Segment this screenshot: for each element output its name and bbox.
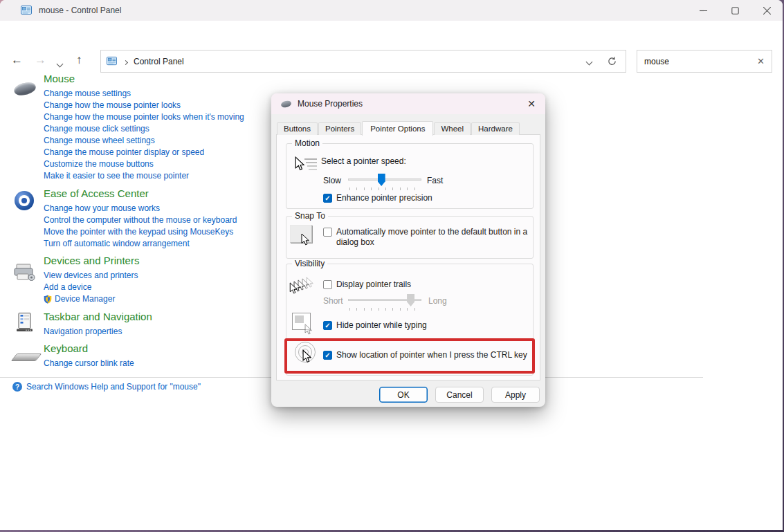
visibility-group: Visibility ✓ Display pointer trails Shor…	[286, 264, 534, 376]
show-location-row: ✓ Show location of pointer when I press …	[323, 350, 527, 360]
task-link[interactable]: Make it easier to see the mouse pointer	[44, 170, 244, 182]
task-link[interactable]: Navigation properties	[44, 326, 152, 338]
recent-pages-icon[interactable]	[57, 57, 62, 69]
enhance-precision-checkbox[interactable]: ✓	[323, 194, 332, 203]
check-icon: ✓	[325, 322, 330, 329]
window-titlebar: mouse - Control Panel	[0, 0, 783, 21]
display-trails-checkbox[interactable]: ✓	[323, 280, 332, 289]
minimize-button[interactable]	[687, 0, 719, 21]
navigation-bar: ← → ↑ Control Panel mouse ✕	[0, 21, 783, 58]
display-trails-row: ✓ Display pointer trails	[323, 279, 411, 290]
show-location-label: Show location of pointer when I press th…	[336, 350, 527, 360]
task-link[interactable]: Control the computer without the mouse o…	[44, 214, 237, 226]
task-link[interactable]: Change the mouse pointer display or spee…	[44, 147, 244, 158]
breadcrumb-item[interactable]: Control Panel	[134, 57, 184, 66]
dialog-mouse-icon	[280, 100, 292, 108]
task-link[interactable]: Change cursor blink rate	[44, 358, 134, 369]
slider-ticks	[349, 308, 420, 311]
task-link[interactable]: Add a device	[44, 282, 139, 293]
visibility-legend: Visibility	[292, 259, 327, 268]
tab-pointer-options[interactable]: Pointer Options	[362, 121, 433, 136]
task-link-device-manager[interactable]: Device Manager	[44, 293, 139, 305]
taskbar-icon	[17, 313, 33, 332]
refresh-icon[interactable]	[607, 56, 617, 66]
task-link[interactable]: View devices and printers	[44, 270, 139, 282]
slow-label: Slow	[323, 176, 341, 185]
ok-button[interactable]: OK	[379, 387, 428, 403]
maximize-button[interactable]	[719, 0, 751, 21]
hide-pointer-icon	[292, 313, 311, 330]
snap-to-legend: Snap To	[292, 211, 328, 221]
tab-pointers[interactable]: Pointers	[318, 122, 361, 135]
tab-hardware[interactable]: Hardware	[471, 122, 520, 135]
control-panel-icon	[21, 5, 32, 16]
task-link[interactable]: Change how the mouse pointer looks	[44, 100, 244, 111]
up-icon[interactable]: ↑	[76, 53, 82, 68]
motion-group: Motion Select a pointer speed: Slow Fast	[286, 143, 534, 209]
task-link[interactable]: Change mouse wheel settings	[44, 135, 244, 147]
long-label: Long	[428, 296, 447, 306]
back-icon[interactable]: ←	[11, 53, 23, 68]
apply-button[interactable]: Apply	[491, 387, 540, 403]
pointer-speed-prompt: Select a pointer speed:	[321, 156, 406, 166]
window-title: mouse - Control Panel	[39, 6, 121, 15]
uac-shield-icon	[44, 295, 52, 304]
section-title: Ease of Access Center	[44, 187, 237, 201]
mouse-properties-dialog: Mouse Properties ✕ Buttons Pointers Poin…	[271, 93, 545, 407]
clear-search-icon[interactable]: ✕	[757, 56, 765, 66]
short-label: Short	[323, 296, 343, 306]
help-icon: ?	[12, 382, 22, 392]
task-link[interactable]: Turn off automatic window arrangement	[44, 238, 237, 250]
task-link[interactable]: Change mouse click settings	[44, 123, 244, 135]
check-icon: ✓	[325, 195, 330, 202]
task-link[interactable]: Move the pointer with the keypad using M…	[44, 226, 237, 238]
close-button[interactable]	[751, 0, 783, 21]
hide-pointer-checkbox[interactable]: ✓	[323, 321, 332, 330]
check-icon: ✓	[325, 352, 330, 359]
tab-wheel[interactable]: Wheel	[434, 122, 471, 135]
section-ease-of-access: Ease of Access Center Change how your mo…	[0, 187, 291, 206]
dialog-tab-strip: Buttons Pointers Pointer Options Wheel H…	[277, 121, 520, 135]
address-dropdown-icon[interactable]	[587, 57, 592, 66]
section-title: Devices and Printers	[44, 254, 139, 268]
pointer-speed-icon	[293, 155, 318, 181]
slider-thumb[interactable]	[378, 174, 385, 186]
pointer-location-icon	[295, 342, 318, 365]
snap-to-icon	[290, 225, 312, 243]
dialog-title: Mouse Properties	[298, 99, 363, 109]
show-location-checkbox[interactable]: ✓	[323, 351, 332, 360]
keyboard-icon	[11, 354, 42, 361]
task-link[interactable]: Change how the mouse pointer looks when …	[44, 111, 244, 123]
forward-icon[interactable]: →	[35, 53, 46, 68]
dialog-titlebar: Mouse Properties	[271, 93, 545, 114]
slider-thumb-disabled	[407, 294, 414, 306]
help-search-link[interactable]: ? Search Windows Help and Support for "m…	[12, 382, 201, 392]
task-link[interactable]: Change mouse settings	[44, 88, 244, 100]
snap-to-row: ✓ Automatically move pointer to the defa…	[323, 227, 539, 248]
search-value: mouse	[644, 57, 669, 66]
pointer-trails-icon	[288, 275, 318, 301]
snap-to-label: Automatically move pointer to the defaul…	[336, 227, 537, 248]
ease-of-access-icon	[15, 191, 34, 210]
address-bar[interactable]: Control Panel	[100, 50, 626, 73]
help-link-label: Search Windows Help and Support for "mou…	[26, 382, 201, 392]
pointer-speed-slider[interactable]	[348, 173, 421, 187]
tab-buttons[interactable]: Buttons	[277, 122, 318, 135]
snap-to-checkbox[interactable]: ✓	[323, 228, 332, 237]
cancel-button[interactable]: Cancel	[435, 387, 484, 403]
enhance-precision-label: Enhance pointer precision	[336, 193, 432, 203]
task-link[interactable]: Change how your mouse works	[44, 203, 237, 214]
dialog-close-icon[interactable]: ✕	[523, 96, 540, 111]
slider-ticks	[349, 187, 420, 190]
devices-printers-icon	[12, 263, 36, 282]
search-input[interactable]: mouse ✕	[637, 50, 772, 73]
task-link-label: Device Manager	[55, 293, 115, 305]
display-trails-label: Display pointer trails	[336, 279, 411, 290]
task-link[interactable]: Customize the mouse buttons	[44, 158, 244, 170]
enhance-precision-row: ✓ Enhance pointer precision	[323, 193, 432, 203]
fast-label: Fast	[427, 176, 443, 185]
trail-length-slider	[348, 293, 421, 307]
breadcrumb-chevron-icon	[124, 57, 127, 66]
hide-pointer-label: Hide pointer while typing	[336, 320, 427, 331]
section-title: Keyboard	[44, 342, 134, 356]
